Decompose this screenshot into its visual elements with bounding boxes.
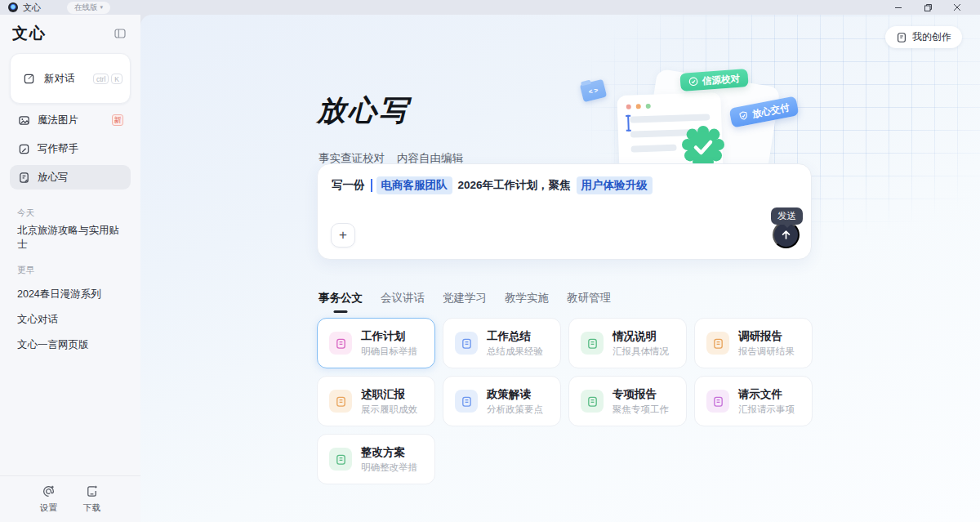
document-icon [329, 390, 352, 413]
sidebar-footer: 设置 下载 [0, 475, 140, 522]
history-list: 今天 北京旅游攻略与实用贴士 更早 2024春日漫游系列 文心对话 文心一言网页… [10, 203, 131, 358]
category-tabs: 事务公文 会议讲话 党建学习 教学实施 教研管理 [318, 291, 611, 313]
card-title: 情况说明 [612, 330, 657, 342]
orange-dot-icon [636, 104, 641, 109]
card-desc: 报告调研结果 [738, 346, 795, 358]
version-label: 在线版 [74, 2, 98, 13]
composer-chip-focus[interactable]: 用户体验升级 [577, 176, 653, 194]
sidebar-item-label: 放心写 [38, 171, 69, 185]
kbd-k: K [111, 74, 122, 84]
tab-meeting-speech[interactable]: 会议讲话 [381, 291, 425, 313]
composer-text: 写一份 电商客服团队 2026年工作计划，聚焦 用户体验升级 [318, 164, 811, 207]
card-desc: 明确目标举措 [361, 346, 417, 358]
sidebar: 文心 新对话 ctrl K 魔法图片 新 [0, 15, 140, 522]
document-icon [455, 390, 478, 413]
page-title: 放心写 [317, 91, 410, 130]
add-attachment-button[interactable]: + [331, 223, 355, 248]
card-desc: 分析政策要点 [487, 404, 543, 416]
card-rectification-plan[interactable]: 整改方案明确整改举措 [317, 434, 435, 484]
document-icon [706, 390, 729, 413]
sidebar-item-magic-images[interactable]: 魔法图片 新 [10, 108, 131, 132]
history-section-today: 今天 [10, 203, 131, 225]
restore-icon[interactable] [913, 0, 942, 15]
badge-label: 信源校对 [702, 72, 741, 87]
tab-research-mgmt[interactable]: 教研管理 [567, 291, 611, 313]
card-desc: 展示履职成效 [361, 404, 417, 416]
source-check-badge: 信源校对 [679, 69, 748, 91]
card-desc: 明确整改举措 [361, 462, 417, 474]
app-window: 文心 在线版 ▾ 文心 [0, 0, 980, 522]
document-icon [329, 332, 352, 355]
tab-teaching[interactable]: 教学实施 [505, 291, 549, 313]
card-situation-note[interactable]: 情况说明汇报具体情况 [568, 318, 687, 368]
arrow-up-icon [780, 229, 792, 241]
version-dropdown[interactable]: 在线版 ▾ [67, 2, 110, 14]
sidebar-item-writing-helper[interactable]: 写作帮手 [10, 136, 131, 161]
writing-helper-icon [17, 143, 30, 155]
card-title: 工作总结 [487, 330, 531, 342]
document-icon [455, 332, 478, 355]
composer-input[interactable]: 写一份 电商客服团队 2026年工作计划，聚焦 用户体验升级 + 发送 [317, 163, 812, 260]
card-title: 请示文件 [738, 388, 782, 400]
main-panel: 我的创作 信源校对 放心交付 [140, 15, 980, 522]
delivery-badge: 放心交付 [728, 96, 799, 127]
composer-segment: 2026年工作计划，聚焦 [458, 178, 571, 193]
text-line-decoration [630, 145, 676, 153]
shortcut-keys: ctrl K [93, 74, 122, 84]
settings-label: 设置 [40, 502, 57, 514]
tab-official-docs[interactable]: 事务公文 [318, 291, 363, 313]
card-work-summary[interactable]: 工作总结总结成果经验 [443, 318, 561, 368]
card-duty-report[interactable]: 述职汇报展示履职成效 [317, 376, 435, 426]
sidebar-item-label: 写作帮手 [38, 142, 78, 156]
text-line-decoration [630, 128, 710, 137]
composer-chip-team[interactable]: 电商客服团队 [376, 176, 452, 194]
my-creations-doc-icon [896, 32, 907, 43]
app-logo-icon [8, 2, 18, 12]
sidebar-item-label: 魔法图片 [38, 114, 78, 127]
card-research-report[interactable]: 调研报告报告调研结果 [694, 318, 813, 368]
history-item[interactable]: 北京旅游攻略与实用贴士 [10, 225, 131, 250]
card-work-plan[interactable]: 工作计划明确目标举措 [317, 318, 435, 368]
card-title: 专项报告 [612, 388, 657, 400]
sidebar-logo: 文心 [12, 23, 47, 44]
document-icon [706, 332, 729, 355]
magic-image-icon [17, 114, 30, 127]
sidebar-item-new-chat[interactable]: 新对话 ctrl K [10, 53, 131, 104]
tab-party-study[interactable]: 党建学习 [443, 291, 487, 313]
card-request-file[interactable]: 请示文件汇报请示事项 [694, 376, 813, 426]
green-dot-icon [646, 104, 651, 109]
composer-segment: 写一份 [332, 178, 365, 193]
download-icon [85, 484, 99, 500]
minimize-icon[interactable] [884, 0, 913, 15]
settings-button[interactable]: 设置 [40, 484, 57, 514]
history-item[interactable]: 文心对话 [10, 307, 131, 332]
document-icon [581, 390, 604, 413]
send-tooltip: 发送 [771, 207, 803, 225]
card-desc: 汇报请示事项 [738, 404, 795, 416]
red-dot-icon [626, 105, 631, 109]
text-cursor [371, 179, 372, 192]
history-item[interactable]: 2024春日漫游系列 [10, 282, 131, 307]
card-special-report[interactable]: 专项报告聚焦专项工作 [568, 376, 687, 426]
history-item[interactable]: 文心一言网页版 [10, 332, 131, 358]
card-desc: 总结成果经验 [487, 346, 543, 358]
code-folder-icon: < > [580, 79, 607, 102]
app-name: 文心 [23, 2, 41, 14]
card-title: 政策解读 [487, 388, 531, 400]
card-title: 工作计划 [361, 330, 405, 342]
my-creations-button[interactable]: 我的创作 [885, 26, 962, 48]
code-glyph: < > [588, 86, 599, 96]
download-button[interactable]: 下载 [83, 484, 100, 514]
new-chat-icon [22, 73, 35, 85]
download-label: 下载 [83, 502, 100, 514]
kbd-ctrl: ctrl [93, 74, 109, 84]
collapse-sidebar-icon[interactable] [112, 25, 128, 42]
card-title: 述职汇报 [361, 388, 405, 400]
card-desc: 聚焦专项工作 [612, 404, 669, 416]
sidebar-item-fangxin-write[interactable]: 放心写 [10, 165, 131, 190]
check-circle-icon [688, 76, 699, 87]
titlebar: 文心 在线版 ▾ [0, 0, 980, 15]
close-icon[interactable] [942, 0, 972, 15]
new-badge: 新 [112, 114, 123, 126]
card-policy-analysis[interactable]: 政策解读分析政策要点 [443, 376, 561, 426]
